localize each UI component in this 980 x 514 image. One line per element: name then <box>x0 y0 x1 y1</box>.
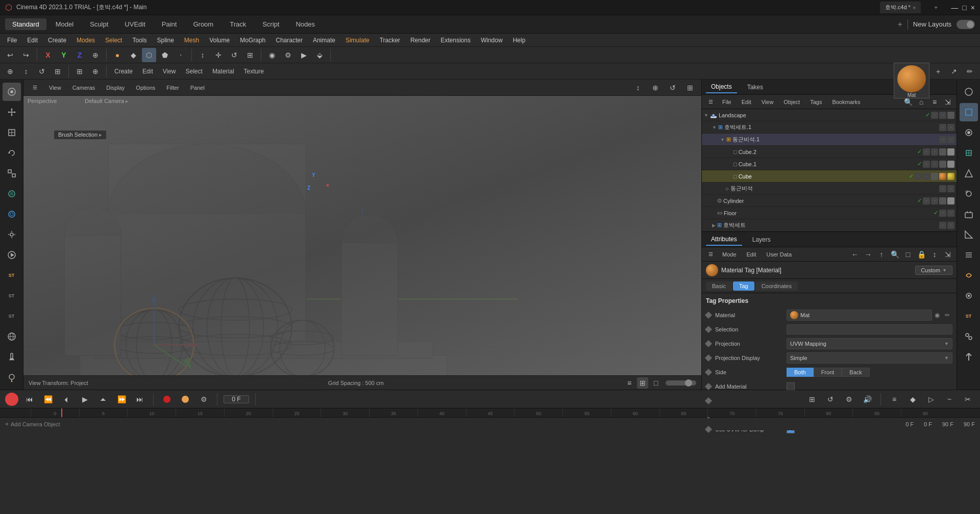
rs-icon-6[interactable] <box>960 185 978 203</box>
scale-snap-btn[interactable]: ⊞ <box>51 64 65 79</box>
menu-character[interactable]: Character <box>272 36 307 45</box>
vp-filter-menu[interactable]: Filter <box>162 81 183 95</box>
mode-script[interactable]: Script <box>255 18 286 30</box>
mat-preview-thumb[interactable]: Mat <box>894 63 929 98</box>
render-dot-2[interactable]: · <box>947 136 954 143</box>
side-both-btn[interactable]: Both <box>787 368 814 377</box>
rs-icon-9[interactable] <box>960 246 978 264</box>
y-axis-btn[interactable]: Y <box>57 48 71 62</box>
vis-dot-c2[interactable]: · <box>923 148 930 156</box>
new-layouts-label[interactable]: New Layouts <box>913 20 951 28</box>
tl-trim-btn[interactable]: ✂ <box>961 392 975 406</box>
layout-toggle[interactable] <box>957 20 975 29</box>
add-tab-btn[interactable]: + <box>931 4 941 11</box>
menu-file[interactable]: File <box>3 36 21 45</box>
rs-icon-12[interactable]: ST <box>960 307 978 325</box>
vp-menu-btn[interactable]: ☰ <box>28 81 42 95</box>
rs-icon-5[interactable] <box>960 164 978 183</box>
mat-pick-icon[interactable]: ◉ <box>932 310 942 320</box>
tag-sq-cyl[interactable] <box>947 197 954 204</box>
menu-tools[interactable]: Tools <box>128 36 151 45</box>
menu-window[interactable]: Window <box>477 36 507 45</box>
attr-lock-btn[interactable]: 🔒 <box>916 249 927 260</box>
mode-groom[interactable]: Groom <box>186 18 220 30</box>
tl-keys-btn[interactable]: ◆ <box>905 392 920 406</box>
tab-objects[interactable]: Objects <box>706 81 737 93</box>
mode-standard[interactable]: Standard <box>5 18 46 30</box>
obj-expand-btn[interactable]: ⇲ <box>942 96 953 108</box>
attr-userdata-menu[interactable]: User Data <box>763 247 796 262</box>
play-btn[interactable]: ▶ <box>78 392 92 406</box>
transform-tool[interactable]: ✛ <box>211 48 226 62</box>
prev-key-btn[interactable]: ⏪ <box>41 392 55 406</box>
viewport-3d[interactable]: Y Z × <box>23 96 701 375</box>
expand-icon-hs[interactable]: ▶ <box>712 223 716 228</box>
undo-btn[interactable]: ↩ <box>3 48 17 62</box>
tl-snap-btn[interactable]: ⊞ <box>805 392 819 406</box>
sidebar-icon-settings[interactable] <box>3 225 21 244</box>
check-icon-cube[interactable]: ✓ <box>909 173 914 179</box>
rs-icon-2[interactable] <box>960 103 978 121</box>
tab-tag[interactable]: Tag <box>733 281 754 291</box>
check-icon-floor[interactable]: ✓ <box>934 210 938 216</box>
z-axis-btn[interactable]: Z <box>72 48 87 62</box>
tag-grid-c2[interactable] <box>939 148 946 156</box>
tl-settings-btn[interactable] <box>178 392 192 406</box>
attr-dropdown-proj-display[interactable]: Simple ▼ <box>787 352 952 364</box>
obj-edit-menu[interactable]: Edit <box>738 95 755 109</box>
mat-edit-icon2[interactable]: ✏ <box>942 310 952 320</box>
attr-back-btn[interactable]: ← <box>849 249 861 260</box>
menu-spline[interactable]: Spline <box>153 36 178 45</box>
tl-settings2-btn[interactable]: ⚙ <box>842 392 856 406</box>
mat-options-2[interactable]: ↗ <box>947 64 961 79</box>
redo-btn[interactable]: ↪ <box>19 48 33 62</box>
attr-up-btn[interactable]: ↑ <box>876 249 887 260</box>
vis-dot-cyl[interactable]: · <box>923 197 930 204</box>
vp-options-menu[interactable]: Options <box>132 81 159 95</box>
vis-dot-hs[interactable]: · <box>939 222 946 229</box>
go-end-btn[interactable]: ⏭ <box>133 392 147 406</box>
uv-mode-btn[interactable]: ⬞ <box>174 48 188 62</box>
texture-menu[interactable]: Texture <box>240 64 268 79</box>
render-dot-db[interactable]: · <box>947 185 954 192</box>
obj-file-menu[interactable]: File <box>718 95 736 109</box>
menu-volume[interactable]: Volume <box>205 36 234 45</box>
layer-grid-icon[interactable] <box>947 112 954 119</box>
mode-sculpt[interactable]: Sculpt <box>83 18 115 30</box>
sidebar-icon-st1[interactable]: ST <box>3 266 21 285</box>
sidebar-icon-tools[interactable] <box>3 185 21 203</box>
close-tab-icon[interactable]: × <box>913 5 916 11</box>
attr-mode-menu[interactable]: Mode <box>718 247 741 262</box>
mode-model[interactable]: Model <box>48 18 81 30</box>
sidebar-icon-move[interactable] <box>3 103 21 121</box>
viewport-area[interactable]: ☰ View Cameras Display Options Filter Pa… <box>23 80 701 390</box>
tl-loop-btn[interactable]: ↺ <box>823 392 838 406</box>
vp-display-menu[interactable]: Display <box>102 81 129 95</box>
select-menu[interactable]: Select <box>182 64 207 79</box>
timeline-playhead[interactable] <box>61 408 62 417</box>
point-mode-btn[interactable]: ● <box>110 48 125 62</box>
obj-mode-btn[interactable]: ⬟ <box>158 48 172 62</box>
check-icon[interactable]: ✓ <box>925 112 930 118</box>
tl-curve-btn[interactable]: ~ <box>942 392 957 406</box>
view-large-btn[interactable]: □ <box>650 377 662 389</box>
vp-scale2-icon[interactable]: ⊞ <box>683 81 697 95</box>
render-btn[interactable]: ▶ <box>297 48 311 62</box>
tag-sq-c2[interactable] <box>947 148 954 156</box>
maximize-btn[interactable]: □ <box>962 4 966 12</box>
menu-select[interactable]: Select <box>101 36 126 45</box>
menu-extensions[interactable]: Extensions <box>436 36 475 45</box>
attr-dropdown-projection[interactable]: UVW Mapping ▼ <box>787 338 952 349</box>
rotate-tool[interactable]: ↺ <box>227 48 241 62</box>
obj-bookmarks-menu[interactable]: Bookmarks <box>828 95 864 109</box>
check-icon-cyl[interactable]: ✓ <box>917 197 922 204</box>
sidebar-icon-select[interactable] <box>3 83 21 101</box>
vp-move-icon[interactable]: ↕ <box>631 81 645 95</box>
mode-paint[interactable]: Paint <box>155 18 184 30</box>
vis-dot-c1[interactable]: · <box>923 161 930 168</box>
tag-sq-c1[interactable] <box>947 161 954 168</box>
attr-search-btn[interactable]: 🔍 <box>889 249 900 260</box>
obj-options-btn[interactable]: ≡ <box>929 96 940 108</box>
attr-expand-btn[interactable]: □ <box>902 249 914 260</box>
menu-mograph[interactable]: MoGraph <box>236 36 270 45</box>
